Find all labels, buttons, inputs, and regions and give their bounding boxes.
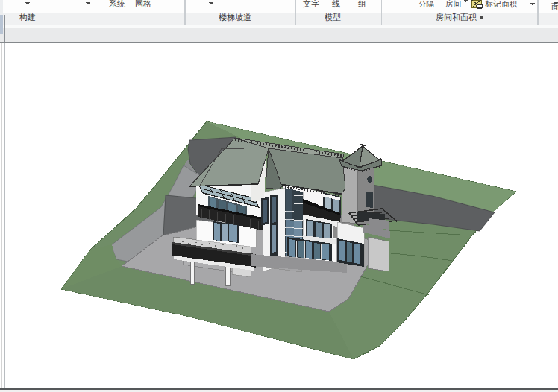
svg-text:房间: 房间 (445, 0, 461, 8)
svg-text:线: 线 (332, 0, 340, 8)
svg-text:房间和面积: 房间和面积 (436, 13, 477, 22)
svg-text:标记: 标记 (485, 0, 502, 8)
svg-text:楼梯坡道: 楼梯坡道 (219, 13, 251, 22)
svg-text:组: 组 (358, 0, 366, 8)
svg-text:面积: 面积 (502, 0, 518, 8)
svg-text:文字: 文字 (303, 0, 319, 8)
svg-text:网格: 网格 (135, 0, 151, 8)
svg-text:构建: 构建 (19, 13, 36, 22)
svg-text:模型: 模型 (325, 13, 341, 22)
svg-text:分隔: 分隔 (418, 0, 434, 8)
svg-text:系统: 系统 (109, 0, 125, 8)
